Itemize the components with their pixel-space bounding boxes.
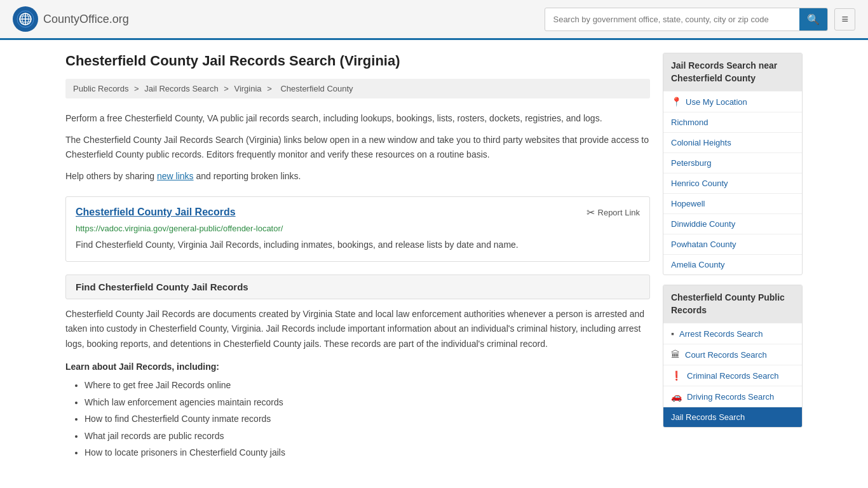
- search-input[interactable]: [545, 10, 799, 29]
- list-item: How to locate prisoners in Chesterfield …: [85, 444, 650, 461]
- report-link-button[interactable]: ✂ Report Link: [587, 207, 640, 219]
- sidebar: Jail Records Search near Chesterfield Co…: [663, 53, 803, 461]
- use-my-location-link[interactable]: Use My Location: [686, 97, 747, 107]
- breadcrumb-public-records[interactable]: Public Records: [73, 84, 128, 93]
- logo-suffix: .org: [109, 13, 129, 25]
- page-title: Chesterfield County Jail Records Search …: [65, 53, 650, 69]
- desc3-prefix: Help others by sharing: [65, 171, 157, 181]
- record-card: Chesterfield County Jail Records ✂ Repor…: [65, 196, 650, 262]
- amelia-county-link[interactable]: Amelia County: [671, 260, 725, 269]
- petersburg-link[interactable]: Petersburg: [671, 158, 712, 168]
- new-links-link[interactable]: new links: [157, 171, 194, 181]
- record-title: Chesterfield County Jail Records: [76, 207, 236, 218]
- search-bar: 🔍: [545, 8, 828, 31]
- public-records-section: Chesterfield County Public Records ▪ Arr…: [663, 285, 803, 428]
- logo-name: CountyOffice: [43, 13, 109, 25]
- location-icon: 📍: [671, 97, 682, 107]
- arrest-icon: ▪: [671, 329, 674, 339]
- powhatan-county-link[interactable]: Powhatan County: [671, 240, 736, 249]
- list-item: Where to get free Jail Records online: [85, 377, 650, 394]
- nearby-section-title: Jail Records Search near Chesterfield Co…: [663, 53, 802, 91]
- logo-text: CountyOffice.org: [43, 13, 129, 26]
- driving-records-link[interactable]: Driving Records Search: [687, 392, 774, 402]
- use-my-location-item[interactable]: 📍 Use My Location: [663, 91, 802, 112]
- list-item: Which law enforcement agencies maintain …: [85, 394, 650, 411]
- public-records-section-title: Chesterfield County Public Records: [663, 285, 802, 323]
- driving-icon: 🚗: [671, 391, 682, 402]
- hopewell-link[interactable]: Hopewell: [671, 199, 705, 208]
- nearby-richmond[interactable]: Richmond: [663, 112, 802, 132]
- menu-button[interactable]: ≡: [834, 8, 855, 30]
- criminal-icon: ❗: [671, 370, 682, 381]
- find-records-title: Find Chesterfield County Jail Records: [76, 281, 640, 292]
- nearby-henrico-county[interactable]: Henrico County: [663, 173, 802, 193]
- body-text: Chesterfield County Jail Records are doc…: [65, 307, 650, 352]
- criminal-records-item[interactable]: ❗ Criminal Records Search: [663, 365, 802, 386]
- find-records-section: Find Chesterfield County Jail Records: [65, 274, 650, 299]
- record-card-header: Chesterfield County Jail Records ✂ Repor…: [76, 207, 640, 219]
- criminal-records-link[interactable]: Criminal Records Search: [687, 371, 779, 381]
- header-right: 🔍 ≡: [545, 8, 855, 31]
- list-item: What jail records are public records: [85, 428, 650, 445]
- description-1: Perform a free Chesterfield County, VA p…: [65, 111, 650, 125]
- breadcrumb-virginia[interactable]: Virginia: [234, 84, 261, 93]
- list-item: How to find Chesterfield County inmate r…: [85, 410, 650, 428]
- henrico-county-link[interactable]: Henrico County: [671, 179, 728, 188]
- nearby-section: Jail Records Search near Chesterfield Co…: [663, 53, 803, 275]
- logo-area: CountyOffice.org: [13, 6, 129, 32]
- dinwiddie-county-link[interactable]: Dinwiddie County: [671, 219, 735, 229]
- bullet-list: Where to get free Jail Records online Wh…: [65, 377, 650, 461]
- court-records-item[interactable]: 🏛 Court Records Search: [663, 344, 802, 365]
- arrest-records-item[interactable]: ▪ Arrest Records Search: [663, 323, 802, 344]
- jail-records-link[interactable]: Jail Records Search: [671, 412, 745, 422]
- nearby-hopewell[interactable]: Hopewell: [663, 193, 802, 214]
- report-icon: ✂: [587, 207, 595, 219]
- report-label: Report Link: [598, 208, 640, 217]
- nearby-powhatan-county[interactable]: Powhatan County: [663, 234, 802, 254]
- breadcrumb: Public Records > Jail Records Search > V…: [65, 79, 650, 98]
- arrest-records-link[interactable]: Arrest Records Search: [679, 329, 763, 339]
- nearby-dinwiddie-county[interactable]: Dinwiddie County: [663, 214, 802, 234]
- driving-records-item[interactable]: 🚗 Driving Records Search: [663, 386, 802, 407]
- header: CountyOffice.org 🔍 ≡: [0, 0, 868, 40]
- jail-records-item-active[interactable]: Jail Records Search: [663, 407, 802, 427]
- nearby-petersburg[interactable]: Petersburg: [663, 152, 802, 173]
- learn-heading: Learn about Jail Records, including:: [65, 362, 650, 372]
- breadcrumb-jail-records[interactable]: Jail Records Search: [144, 84, 218, 93]
- court-icon: 🏛: [671, 349, 680, 360]
- record-url[interactable]: https://vadoc.virginia.gov/general-publi…: [76, 224, 640, 233]
- description-3: Help others by sharing new links and rep…: [65, 169, 650, 183]
- court-records-link[interactable]: Court Records Search: [685, 350, 767, 360]
- logo-icon: [13, 6, 38, 32]
- content-area: Chesterfield County Jail Records Search …: [65, 53, 650, 461]
- colonial-heights-link[interactable]: Colonial Heights: [671, 138, 731, 147]
- record-description: Find Chesterfield County, Virginia Jail …: [76, 238, 640, 252]
- breadcrumb-current: Chesterfield County: [280, 84, 353, 93]
- nearby-amelia-county[interactable]: Amelia County: [663, 254, 802, 274]
- nearby-colonial-heights[interactable]: Colonial Heights: [663, 132, 802, 152]
- record-title-link[interactable]: Chesterfield County Jail Records: [76, 207, 236, 217]
- search-button[interactable]: 🔍: [799, 8, 827, 30]
- richmond-link[interactable]: Richmond: [671, 118, 709, 127]
- main-container: Chesterfield County Jail Records Search …: [53, 40, 815, 474]
- desc3-suffix: and reporting broken links.: [194, 171, 301, 181]
- description-2: The Chesterfield County Jail Records Sea…: [65, 133, 650, 161]
